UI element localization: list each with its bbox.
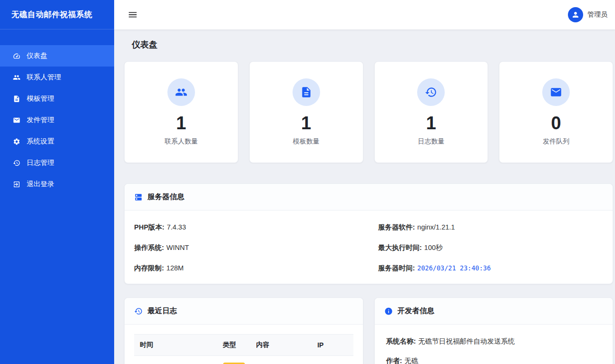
info-label: 最大执行时间: xyxy=(378,244,422,251)
sidebar-item-label: 发件管理 xyxy=(27,115,54,125)
log-content-cell xyxy=(251,356,312,364)
top-bar: 管理员 xyxy=(114,0,615,29)
server-info-body: PHP版本:7.4.33 操作系统:WINNT 内存限制:128M 服务器软件:… xyxy=(125,211,613,284)
sidebar-item-templates[interactable]: 模板管理 xyxy=(0,88,114,109)
info-row: 服务器软件:nginx/1.21.1 xyxy=(378,223,603,232)
stat-value: 1 xyxy=(301,113,311,134)
stat-label: 日志数量 xyxy=(418,137,444,146)
stat-icon-circle xyxy=(417,78,445,106)
info-label: 作者: xyxy=(386,357,402,364)
envelope-icon xyxy=(550,86,562,98)
users-icon xyxy=(13,74,20,81)
logs-table: 时间 类型 内容 IP xyxy=(134,334,353,364)
stat-value: 1 xyxy=(426,113,436,134)
server-info-header: 服务器信息 xyxy=(125,184,613,211)
stat-card-contacts: 1 联系人数量 xyxy=(124,61,238,163)
info-value: 128M xyxy=(166,264,184,272)
info-label: PHP版本: xyxy=(134,223,165,231)
column-header-time: 时间 xyxy=(134,335,217,356)
stat-icon-circle xyxy=(542,78,570,106)
sidebar-item-label: 联系人管理 xyxy=(27,73,61,82)
info-label: 系统名称: xyxy=(386,337,416,345)
stat-label: 发件队列 xyxy=(543,137,569,146)
info-row: 服务器时间:2026/03/21 23:40:36 xyxy=(378,264,603,273)
recent-logs-title: 最近日志 xyxy=(147,306,177,316)
logout-icon xyxy=(13,181,20,188)
server-time-value: 2026/03/21 23:40:36 xyxy=(417,264,490,272)
info-label: 服务器软件: xyxy=(378,223,415,231)
stat-icon-circle xyxy=(167,78,195,106)
stat-card-logs: 1 日志数量 xyxy=(374,61,488,163)
developer-info-header: 开发者信息 xyxy=(375,298,613,325)
user-icon xyxy=(571,10,580,19)
sidebar-item-logs[interactable]: 日志管理 xyxy=(0,152,114,173)
info-value: 7.4.33 xyxy=(167,223,186,231)
sidebar-item-settings[interactable]: 系统设置 xyxy=(0,131,114,152)
user-label: 管理员 xyxy=(587,10,607,19)
info-value: WINNT xyxy=(166,244,189,251)
stat-cards: 1 联系人数量 1 模板数量 1 日志数量 xyxy=(124,61,613,163)
sidebar-item-label: 退出登录 xyxy=(27,180,54,189)
content: 仪表盘 1 联系人数量 1 模板数量 xyxy=(114,29,615,364)
bottom-panels: 最近日志 时间 类型 内容 IP xyxy=(124,297,613,364)
column-header-ip: IP xyxy=(312,335,353,356)
info-value: 无礁节日祝福邮件自动发送系统 xyxy=(418,337,515,345)
info-value: nginx/1.21.1 xyxy=(417,223,455,231)
stat-value: 0 xyxy=(551,113,561,134)
server-icon xyxy=(134,193,143,201)
sidebar-item-logout[interactable]: 退出登录 xyxy=(0,173,114,195)
recent-logs-header: 最近日志 xyxy=(125,298,363,325)
sidebar-menu: 仪表盘 联系人管理 模板管理 发件管理 系统设置 xyxy=(0,29,114,195)
gear-icon xyxy=(13,138,20,145)
stat-card-queue: 0 发件队列 xyxy=(499,61,613,163)
main-area: 管理员 仪表盘 1 联系人数量 1 xyxy=(114,0,615,364)
column-header-content: 内容 xyxy=(251,335,312,356)
info-row: 内存限制:128M xyxy=(134,264,359,273)
info-row: 系统名称:无礁节日祝福邮件自动发送系统 xyxy=(386,337,602,346)
sidebar-item-contacts[interactable]: 联系人管理 xyxy=(0,67,114,88)
info-icon xyxy=(384,307,393,316)
server-info-panel: 服务器信息 PHP版本:7.4.33 操作系统:WINNT 内存限制:128M xyxy=(124,183,613,284)
recent-logs-body: 时间 类型 内容 IP xyxy=(125,325,363,364)
app-title: 无礁自动邮件祝福系统 xyxy=(0,0,114,29)
stat-card-templates: 1 模板数量 xyxy=(249,61,363,163)
stat-label: 模板数量 xyxy=(293,137,320,146)
stat-value: 1 xyxy=(176,113,186,134)
history-icon xyxy=(134,307,143,316)
server-info-right-column: 服务器软件:nginx/1.21.1 最大执行时间:100秒 服务器时间:202… xyxy=(378,223,603,273)
sidebar-item-sending[interactable]: 发件管理 xyxy=(0,109,114,131)
users-icon xyxy=(175,86,187,98)
sidebar: 无礁自动邮件祝福系统 仪表盘 联系人管理 模板管理 发件管理 xyxy=(0,0,114,364)
sidebar-item-label: 仪表盘 xyxy=(27,51,48,60)
info-row: 最大执行时间:100秒 xyxy=(378,243,603,252)
developer-info-title: 开发者信息 xyxy=(398,306,435,316)
info-value: 100秒 xyxy=(424,244,443,251)
history-icon xyxy=(425,86,437,98)
info-row: PHP版本:7.4.33 xyxy=(134,223,359,232)
recent-logs-panel: 最近日志 时间 类型 内容 IP xyxy=(124,297,363,364)
sidebar-item-label: 系统设置 xyxy=(27,137,54,146)
log-ip-cell xyxy=(312,356,353,364)
page-title: 仪表盘 xyxy=(132,39,613,50)
stat-icon-circle xyxy=(293,78,320,106)
dashboard-icon xyxy=(13,52,20,60)
info-label: 操作系统: xyxy=(134,244,164,251)
sidebar-item-dashboard[interactable]: 仪表盘 xyxy=(0,45,114,67)
table-row xyxy=(134,356,353,364)
history-icon xyxy=(13,159,20,167)
envelope-icon xyxy=(13,116,20,124)
file-icon xyxy=(300,86,312,98)
sidebar-item-label: 模板管理 xyxy=(27,94,54,103)
info-label: 服务器时间: xyxy=(378,264,415,272)
user-menu[interactable]: 管理员 xyxy=(568,7,607,22)
sidebar-item-label: 日志管理 xyxy=(27,158,54,167)
avatar xyxy=(568,7,583,22)
hamburger-menu-icon[interactable] xyxy=(127,10,138,20)
info-row: 操作系统:WINNT xyxy=(134,243,359,252)
info-row: 作者:无礁 xyxy=(386,356,602,364)
column-header-type: 类型 xyxy=(217,335,251,356)
developer-info-body: 系统名称:无礁节日祝福邮件自动发送系统 作者:无礁 xyxy=(375,325,613,364)
info-value: 无礁 xyxy=(404,357,418,364)
log-type-cell xyxy=(217,356,251,364)
file-icon xyxy=(13,95,20,103)
